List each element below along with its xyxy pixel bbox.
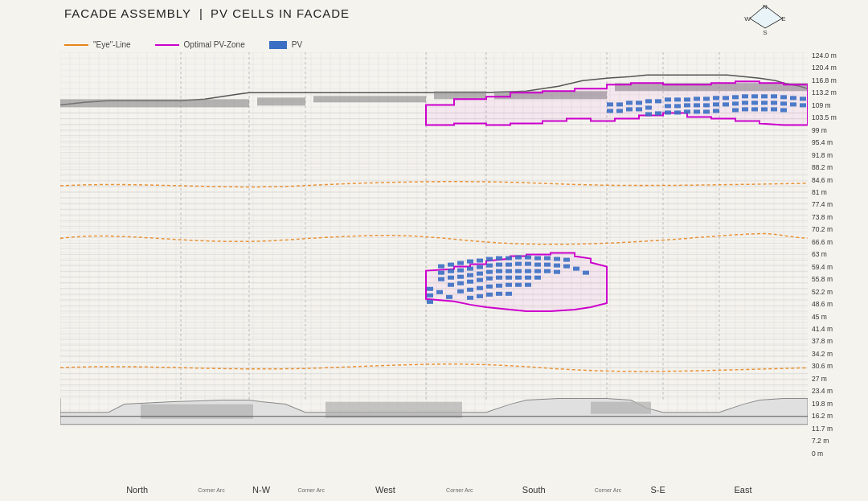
y-label-32: 0 m bbox=[812, 450, 823, 458]
y-axis: 124.0 m 120.4 m 116.8 m 113.2 m 109 m 10… bbox=[812, 52, 856, 457]
svg-rect-138 bbox=[534, 257, 541, 261]
svg-text:S: S bbox=[763, 29, 767, 36]
svg-rect-76 bbox=[636, 101, 642, 105]
svg-rect-170 bbox=[457, 281, 464, 285]
svg-rect-133 bbox=[486, 257, 493, 261]
svg-rect-90 bbox=[771, 94, 777, 98]
x-label-north: North bbox=[76, 485, 198, 495]
y-label-1: 120.4 m bbox=[812, 64, 837, 72]
svg-rect-112 bbox=[790, 102, 796, 106]
svg-rect-147 bbox=[486, 264, 493, 268]
y-label-19: 52.2 m bbox=[812, 289, 833, 296]
legend-eye-line: "Eye"-Line bbox=[64, 40, 131, 49]
svg-rect-165 bbox=[525, 269, 531, 273]
svg-rect-88 bbox=[751, 94, 758, 98]
y-label-2: 116.8 m bbox=[812, 77, 837, 84]
y-label-0: 124.0 m bbox=[812, 52, 837, 60]
svg-rect-98 bbox=[645, 105, 652, 109]
svg-rect-124 bbox=[751, 107, 758, 111]
x-label-se: S-E bbox=[621, 485, 694, 495]
svg-rect-137 bbox=[525, 256, 531, 260]
svg-rect-157 bbox=[448, 276, 454, 280]
svg-rect-185 bbox=[515, 283, 522, 287]
svg-rect-142 bbox=[438, 271, 444, 275]
y-label-26: 27 m bbox=[812, 376, 827, 383]
y-label-15: 66.6 m bbox=[812, 239, 833, 246]
svg-rect-173 bbox=[486, 277, 493, 281]
svg-rect-117 bbox=[674, 110, 681, 114]
svg-rect-168 bbox=[554, 270, 560, 274]
svg-rect-118 bbox=[684, 109, 690, 113]
svg-rect-179 bbox=[457, 290, 464, 294]
x-label-east: East bbox=[694, 485, 792, 495]
svg-rect-17 bbox=[257, 97, 305, 105]
svg-rect-136 bbox=[515, 256, 522, 260]
svg-rect-122 bbox=[732, 108, 739, 112]
svg-rect-105 bbox=[723, 102, 729, 106]
svg-rect-120 bbox=[703, 109, 710, 113]
svg-rect-123 bbox=[742, 107, 748, 111]
svg-rect-108 bbox=[751, 101, 758, 105]
svg-rect-114 bbox=[645, 112, 652, 116]
svg-rect-18 bbox=[313, 96, 426, 102]
svg-rect-94 bbox=[607, 109, 613, 113]
svg-rect-178 bbox=[534, 276, 541, 280]
svg-rect-189 bbox=[486, 293, 493, 297]
svg-rect-109 bbox=[761, 101, 768, 105]
svg-rect-134 bbox=[496, 257, 502, 261]
svg-rect-104 bbox=[713, 102, 719, 106]
svg-rect-84 bbox=[713, 96, 719, 100]
y-label-10: 84.6 m bbox=[812, 177, 833, 184]
svg-rect-125 bbox=[761, 107, 768, 111]
svg-rect-187 bbox=[467, 296, 473, 300]
svg-rect-139 bbox=[544, 257, 551, 261]
svg-rect-167 bbox=[544, 269, 551, 273]
svg-text:W: W bbox=[744, 15, 751, 23]
svg-rect-177 bbox=[525, 276, 531, 280]
svg-rect-159 bbox=[467, 273, 473, 277]
svg-rect-163 bbox=[506, 269, 512, 273]
corner-arc-3: Corner Arc bbox=[446, 487, 473, 493]
corner-arc-1: Corner Arc bbox=[198, 487, 224, 493]
title-facade: FACADE ASSEMBLY bbox=[64, 6, 191, 20]
chart-area bbox=[60, 52, 808, 457]
y-label-3: 113.2 m bbox=[812, 89, 837, 97]
svg-rect-194 bbox=[427, 287, 433, 291]
y-label-8: 91.8 m bbox=[812, 152, 833, 159]
y-label-29: 16.2 m bbox=[812, 413, 833, 420]
y-label-28: 19.8 m bbox=[812, 400, 833, 408]
y-label-4: 109 m bbox=[812, 102, 831, 109]
svg-rect-156 bbox=[438, 277, 444, 281]
y-label-23: 37.8 m bbox=[812, 338, 833, 345]
svg-rect-161 bbox=[486, 270, 493, 274]
y-label-25: 30.6 m bbox=[812, 363, 833, 370]
svg-rect-127 bbox=[780, 108, 787, 112]
x-label-west: West bbox=[325, 485, 446, 495]
svg-rect-16 bbox=[60, 99, 249, 107]
svg-rect-140 bbox=[554, 257, 560, 261]
y-label-14: 70.2 m bbox=[812, 226, 833, 233]
eye-line-icon bbox=[64, 44, 88, 46]
pv-zone-label: Optimal PV-Zone bbox=[184, 40, 245, 49]
svg-rect-183 bbox=[496, 284, 502, 288]
svg-rect-174 bbox=[496, 276, 502, 280]
y-label-7: 95.4 m bbox=[812, 139, 833, 146]
svg-rect-96 bbox=[626, 107, 633, 111]
svg-rect-85 bbox=[723, 96, 729, 100]
svg-rect-116 bbox=[665, 110, 671, 114]
svg-rect-200 bbox=[326, 402, 462, 418]
svg-rect-102 bbox=[694, 103, 700, 107]
svg-rect-166 bbox=[534, 269, 541, 273]
svg-rect-75 bbox=[626, 101, 633, 105]
svg-rect-149 bbox=[506, 263, 512, 267]
svg-rect-162 bbox=[496, 269, 502, 273]
svg-rect-101 bbox=[684, 103, 690, 107]
svg-rect-143 bbox=[448, 269, 454, 273]
y-label-24: 34.2 m bbox=[812, 351, 833, 358]
title-bar: FACADE ASSEMBLY | PV CELLS IN FACADE bbox=[64, 6, 350, 20]
svg-rect-92 bbox=[790, 96, 796, 100]
y-label-13: 73.8 m bbox=[812, 214, 833, 221]
svg-rect-145 bbox=[467, 267, 473, 271]
svg-rect-130 bbox=[457, 261, 464, 265]
legend-pv-zone: Optimal PV-Zone bbox=[155, 40, 245, 49]
